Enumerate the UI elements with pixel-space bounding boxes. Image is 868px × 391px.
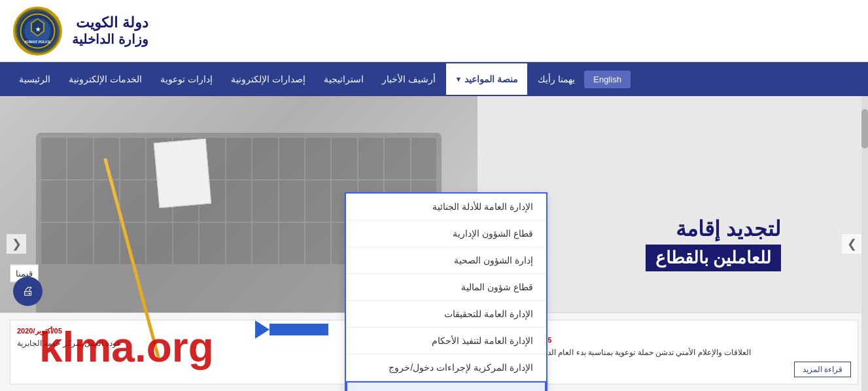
nav-item-strategy[interactable]: استراتيجية <box>315 62 373 96</box>
navbar: English يهمنا رأيك منصة المواعيد ▼ أرشيف… <box>0 62 868 96</box>
site-title-sub: وزارة الداخلية <box>72 31 148 47</box>
read-more-button-1[interactable]: قراءة المزيد <box>794 362 851 377</box>
chat-float-button[interactable]: 🖨 <box>13 277 43 306</box>
svg-text:KUWAIT POLICE: KUWAIT POLICE <box>25 40 51 44</box>
dropdown-item-investigations[interactable]: الإدارة العامة للتحقيقات <box>346 301 546 328</box>
printer-icon: 🖨 <box>22 284 34 298</box>
english-button[interactable]: English <box>584 71 631 88</box>
site-header: دولة الكويت وزارة الداخلية ★ KUWAIT POLI… <box>0 0 868 62</box>
appointments-dropdown: الإدارة العامة للأدلة الجنائية قطاع الشؤ… <box>345 192 547 391</box>
dropdown-item-entry-exit[interactable]: الإدارة المركزية لإجراءات دخول/خروج <box>346 354 546 381</box>
arrow-head <box>255 320 269 339</box>
nav-label-epublications: إصدارات الإلكترونية <box>231 74 305 84</box>
banner-heading: لتجديد إقامة <box>646 216 781 241</box>
banner-prev-button[interactable]: ❮ <box>7 234 26 254</box>
dropdown-item-forensic[interactable]: الإدارة العامة للأدلة الجنائية <box>346 194 546 220</box>
nav-item-eservices[interactable]: الخدمات الإلكترونية <box>60 62 151 96</box>
nav-label-home: الرئيسية <box>19 74 50 84</box>
chevron-right-icon: ❯ <box>847 237 857 251</box>
dropdown-item-residency[interactable]: قطاع شئون الإقامة <box>346 381 546 391</box>
nav-label-awareness: إدارات توعوية <box>160 74 213 84</box>
scrollbar-thumb[interactable] <box>861 109 868 148</box>
dropdown-item-finance[interactable]: قطاع شؤون المالية <box>346 274 546 301</box>
dropdown-item-health[interactable]: إدارة الشؤون الصحية <box>346 247 546 274</box>
logo-svg: ★ KUWAIT POLICE <box>20 13 56 49</box>
logo-inner: ★ KUWAIT POLICE <box>16 10 59 52</box>
site-title: دولة الكويت وزارة الداخلية <box>72 14 148 47</box>
notebook-decoration <box>154 138 211 208</box>
nav-label-strategy: استراتيجية <box>324 74 364 84</box>
nav-item-awareness[interactable]: إدارات توعوية <box>151 62 222 96</box>
dropdown-item-admin-affairs[interactable]: قطاع الشؤون الإدارية <box>346 220 546 247</box>
nav-item-appointments[interactable]: منصة المواعيد ▼ <box>445 62 529 96</box>
arrow-body <box>269 324 328 335</box>
banner-next-button[interactable]: ❯ <box>842 234 861 254</box>
watermark-text: klma.org <box>39 323 214 371</box>
nav-item-news-archive[interactable]: أرشيف الأخبار <box>373 62 445 96</box>
scrollbar[interactable] <box>861 96 868 391</box>
site-title-main: دولة الكويت <box>72 14 148 31</box>
main-area: الإدارة العامة للأدلة الجنائية قطاع الشؤ… <box>0 96 868 391</box>
nav-item-opinion[interactable]: يهمنا رأيك <box>529 62 584 96</box>
chevron-down-icon: ▼ <box>455 75 462 83</box>
chevron-left-icon: ❮ <box>12 237 22 251</box>
nav-label-opinion: يهمنا رأيك <box>538 74 575 84</box>
nav-label-appointments: منصة المواعيد <box>464 74 518 84</box>
banner-text-area: لتجديد إقامة للعاملين بالقطاع <box>646 216 781 271</box>
blue-arrow-indicator <box>255 320 328 339</box>
nav-label-news-archive: أرشيف الأخبار <box>382 74 436 84</box>
nav-label-eservices: الخدمات الإلكترونية <box>69 74 142 84</box>
dropdown-item-judgments[interactable]: الإدارة العامة لتنفيذ الأحكام <box>346 328 546 354</box>
svg-text:★: ★ <box>35 26 41 33</box>
site-logo: ★ KUWAIT POLICE <box>13 7 62 56</box>
banner-subheading: للعاملين بالقطاع <box>646 245 781 271</box>
nav-item-epublications[interactable]: إصدارات الإلكترونية <box>222 62 315 96</box>
news-content-1: 05/أكتوبر/2020 العلاقات والإعلام الأمني … <box>507 336 852 377</box>
nav-item-home[interactable]: الرئيسية <box>10 62 60 96</box>
